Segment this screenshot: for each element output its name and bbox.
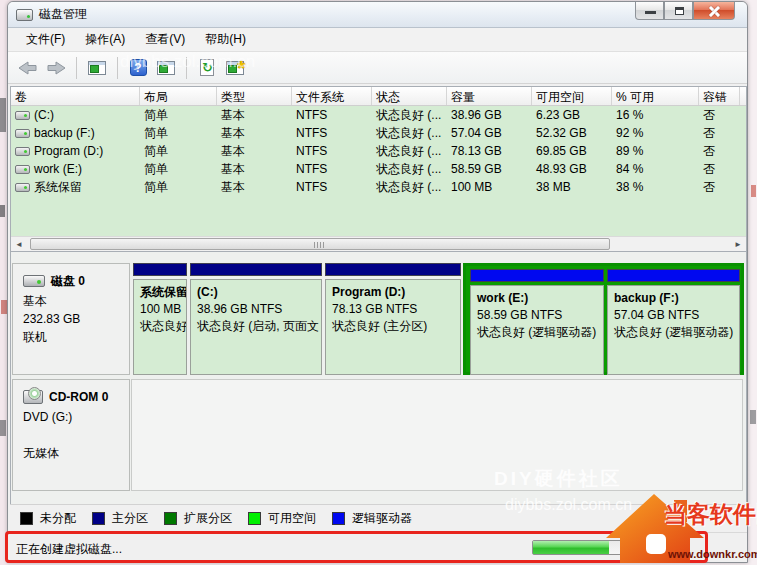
background-smudge bbox=[750, 410, 756, 424]
partition-status: 状态良好 bbox=[140, 318, 180, 335]
cell-free: 69.85 GB bbox=[532, 144, 612, 158]
column-header-layout[interactable]: 布局 bbox=[140, 87, 217, 105]
list-view-button[interactable] bbox=[85, 56, 109, 80]
menu-help[interactable]: 帮助(H) bbox=[195, 28, 256, 51]
cdrom-label[interactable]: CD-ROM 0 DVD (G:) 无媒体 bbox=[12, 379, 130, 491]
background-smudge bbox=[0, 205, 5, 217]
partition-status: 状态良好 (逻辑驱动器) bbox=[477, 324, 597, 341]
partition-detail: 57.04 GB NTFS bbox=[614, 307, 733, 324]
volume-row-program[interactable]: Program (D:) 简单 基本 NTFS 状态良好 (... 78.13 … bbox=[11, 142, 746, 160]
legend-color-unallocated bbox=[20, 512, 33, 525]
cell-status: 状态良好 (... bbox=[372, 179, 447, 196]
partition-detail: 78.13 GB NTFS bbox=[332, 301, 454, 318]
cell-pct-free: 16 % bbox=[612, 108, 699, 122]
volume-name: (C:) bbox=[34, 108, 54, 122]
restore-button[interactable] bbox=[664, 2, 693, 20]
refresh-icon: ↻ bbox=[200, 59, 214, 76]
disk0-type: 基本 bbox=[23, 292, 123, 310]
volume-icon bbox=[15, 147, 30, 156]
column-header-volume[interactable]: 卷 bbox=[11, 87, 140, 105]
volume-row-c[interactable]: (C:) 简单 基本 NTFS 状态良好 (... 38.96 GB 6.23 … bbox=[11, 106, 746, 124]
cdrom-status: 无媒体 bbox=[23, 444, 123, 462]
cell-capacity: 57.04 GB bbox=[447, 126, 532, 140]
column-header-pct-free[interactable]: % 可用 bbox=[612, 87, 699, 105]
background-smudge bbox=[0, 420, 6, 436]
column-header-filesystem[interactable]: 文件系统 bbox=[292, 87, 372, 105]
partition-detail: 100 MB bbox=[140, 301, 180, 318]
legend-color-free-space bbox=[248, 512, 261, 525]
scrollbar-thumb[interactable] bbox=[30, 238, 610, 250]
toolbar-separator bbox=[117, 57, 118, 79]
column-header-status[interactable]: 状态 bbox=[372, 87, 447, 105]
scroll-right-arrow-icon[interactable]: ► bbox=[730, 237, 746, 251]
cell-fault: 否 bbox=[699, 125, 740, 142]
partition-c[interactable]: (C:) 38.96 GB NTFS 状态良好 (启动, 页面文 bbox=[190, 263, 322, 375]
legend-color-primary bbox=[92, 512, 105, 525]
volume-row-work[interactable]: work (E:) 简单 基本 NTFS 状态良好 (... 58.59 GB … bbox=[11, 160, 746, 178]
cell-status: 状态良好 (... bbox=[372, 125, 447, 142]
legend-free-space: 可用空间 bbox=[248, 510, 316, 527]
cell-fs: NTFS bbox=[292, 144, 372, 158]
partition-status: 状态良好 (逻辑驱动器) bbox=[614, 324, 733, 341]
column-header-type[interactable]: 类型 bbox=[217, 87, 292, 105]
back-button[interactable] bbox=[16, 56, 40, 80]
cell-status: 状态良好 (... bbox=[372, 161, 447, 178]
volume-icon bbox=[15, 111, 30, 120]
cell-capacity: 100 MB bbox=[447, 180, 532, 194]
partition-header-primary bbox=[190, 263, 322, 276]
horizontal-scrollbar[interactable]: ◄ ► bbox=[11, 236, 746, 251]
minimize-button[interactable] bbox=[635, 2, 664, 20]
cell-layout: 简单 bbox=[140, 107, 217, 124]
cell-fs: NTFS bbox=[292, 126, 372, 140]
volume-row-system-reserved[interactable]: 系统保留 简单 基本 NTFS 状态良好 (... 100 MB 38 MB 3… bbox=[11, 178, 746, 196]
extended-partition-frame: work (E:) 58.59 GB NTFS 状态良好 (逻辑驱动器) bac… bbox=[463, 263, 744, 375]
legend-logical: 逻辑驱动器 bbox=[332, 510, 412, 527]
cell-layout: 简单 bbox=[140, 143, 217, 160]
progress-bar bbox=[532, 540, 660, 555]
cell-layout: 简单 bbox=[140, 125, 217, 142]
volume-name: work (E:) bbox=[34, 162, 82, 176]
toolbar-separator bbox=[186, 57, 187, 79]
column-header-capacity[interactable]: 容量 bbox=[447, 87, 532, 105]
cdrom-media-area[interactable] bbox=[131, 379, 743, 491]
close-button[interactable] bbox=[693, 2, 735, 20]
cell-layout: 简单 bbox=[140, 161, 217, 178]
graphical-view-panel: 磁盘 0 基本 232.83 GB 联机 系统保留 100 MB 状态良好 (C… bbox=[10, 252, 747, 504]
partition-system-reserved[interactable]: 系统保留 100 MB 状态良好 bbox=[133, 263, 187, 375]
cdrom-drive: DVD (G:) bbox=[23, 408, 123, 426]
partition-work-e[interactable]: work (E:) 58.59 GB NTFS 状态良好 (逻辑驱动器) bbox=[470, 269, 604, 375]
menu-file[interactable]: 文件(F) bbox=[16, 28, 75, 51]
scroll-left-arrow-icon[interactable]: ◄ bbox=[11, 237, 27, 251]
cell-type: 基本 bbox=[217, 161, 292, 178]
cell-pct-free: 92 % bbox=[612, 126, 699, 140]
status-message: 正在创建虚拟磁盘... bbox=[16, 541, 122, 558]
menu-view[interactable]: 查看(V) bbox=[135, 28, 195, 51]
volume-icon bbox=[15, 165, 30, 174]
forward-button[interactable] bbox=[44, 56, 68, 80]
disk-action-button[interactable]: * bbox=[223, 56, 247, 80]
volume-name: backup (F:) bbox=[34, 126, 95, 140]
scrollbar-grip bbox=[314, 242, 326, 248]
cell-fs: NTFS bbox=[292, 180, 372, 194]
legend-label: 未分配 bbox=[40, 510, 76, 527]
disk0-status: 联机 bbox=[23, 328, 123, 346]
column-header-fault-tolerance[interactable]: 容错 bbox=[699, 87, 740, 105]
partition-program-d[interactable]: Program (D:) 78.13 GB NTFS 状态良好 (主分区) bbox=[325, 263, 461, 375]
volume-icon bbox=[15, 183, 30, 192]
progress-fill bbox=[533, 541, 609, 554]
legend-primary: 主分区 bbox=[92, 510, 148, 527]
cell-pct-free: 38 % bbox=[612, 180, 699, 194]
graph-view-button[interactable] bbox=[154, 56, 178, 80]
list-view-icon bbox=[88, 61, 106, 75]
menu-action[interactable]: 操作(A) bbox=[75, 28, 135, 51]
volume-row-backup[interactable]: backup (F:) 简单 基本 NTFS 状态良好 (... 57.04 G… bbox=[11, 124, 746, 142]
titlebar[interactable]: 磁盘管理 bbox=[8, 2, 747, 28]
help-button[interactable]: ? bbox=[126, 56, 150, 80]
cell-fault: 否 bbox=[699, 179, 740, 196]
disk0-label[interactable]: 磁盘 0 基本 232.83 GB 联机 bbox=[12, 263, 130, 375]
partition-name: backup (F:) bbox=[614, 290, 733, 307]
refresh-button[interactable]: ↻ bbox=[195, 56, 219, 80]
column-header-free-space[interactable]: 可用空间 bbox=[532, 87, 612, 105]
partition-backup-f[interactable]: backup (F:) 57.04 GB NTFS 状态良好 (逻辑驱动器) bbox=[607, 269, 740, 375]
partition-name: (C:) bbox=[197, 284, 315, 301]
